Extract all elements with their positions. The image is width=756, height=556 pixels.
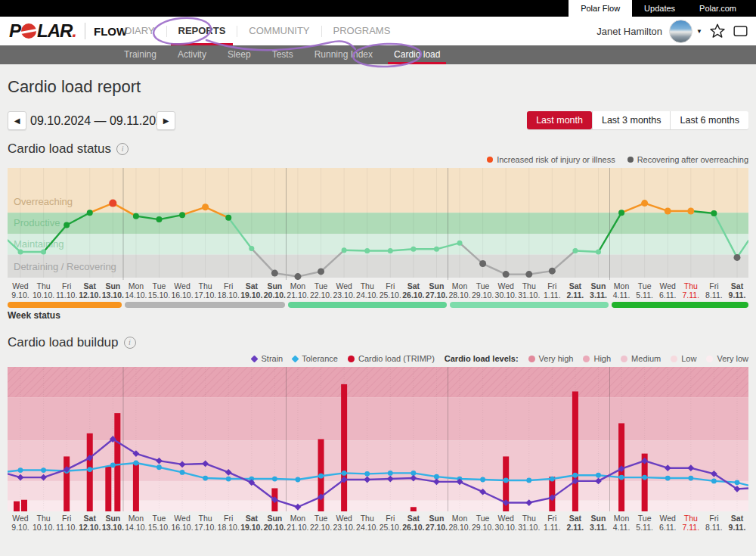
status-point[interactable] [133,213,139,219]
status-point[interactable] [549,268,556,275]
tolerance-point[interactable] [526,478,531,483]
axis-label-sat-9-11: Sat9.11. [724,281,750,300]
axis-label-wed-23-10: Wed23.10. [331,514,357,532]
trimp-bar[interactable] [87,433,93,511]
tolerance-point[interactable] [573,473,578,478]
info-icon[interactable]: i [116,143,129,155]
status-point[interactable] [479,260,486,267]
tolerance-point[interactable] [642,475,647,480]
tolerance-point[interactable] [550,477,555,482]
nav-item-diary[interactable]: DIARY [113,17,166,45]
status-point[interactable] [109,200,116,207]
trimp-bar[interactable] [572,391,578,511]
status-point[interactable] [665,207,671,214]
range-button-last-month[interactable]: Last month [527,111,592,129]
chevron-down-icon[interactable]: ▼ [696,28,702,35]
tolerance-point[interactable] [388,471,393,476]
tolerance-point[interactable] [711,478,717,483]
status-point[interactable] [87,210,93,216]
subnav-item-training[interactable]: Training [113,45,167,64]
tolerance-point[interactable] [296,477,301,483]
axis-label-mon-21-10: Mon21.10. [285,514,311,532]
tolerance-point[interactable] [180,470,185,475]
axis-label-sat-12-10: Sat12.10. [77,514,103,532]
nav-item-programs[interactable]: PROGRAMS [322,17,402,45]
tolerance-point[interactable] [364,471,370,477]
tolerance-point[interactable] [87,467,92,472]
status-point[interactable] [411,247,416,252]
status-point[interactable] [294,273,301,280]
status-point[interactable] [202,203,209,210]
tolerance-point[interactable] [503,478,509,483]
status-point[interactable] [457,241,463,246]
tolerance-point[interactable] [110,462,116,467]
status-point[interactable] [179,212,185,218]
next-period-button[interactable]: ▶ [156,111,175,130]
tolerance-point[interactable] [596,473,601,478]
trimp-bar[interactable] [105,467,111,511]
trimp-bar[interactable] [14,502,20,511]
trimp-bar[interactable] [341,384,347,511]
status-point[interactable] [364,248,370,253]
favorites-star-icon[interactable] [709,23,726,39]
tolerance-point[interactable] [18,467,23,473]
status-point[interactable] [618,210,624,216]
topbar-tab-polar-flow[interactable]: Polar Flow [569,0,632,17]
trimp-bar[interactable] [21,500,27,511]
legend-item-recovering-after-overreaching: Recovering after overreaching [627,155,748,164]
tolerance-point[interactable] [342,471,347,476]
status-point[interactable] [596,250,601,255]
subnav-item-tests[interactable]: Tests [262,45,304,64]
status-point[interactable] [641,200,648,207]
status-point[interactable] [687,207,694,214]
nav-item-reports[interactable]: REPORTS [167,17,237,45]
topbar-tab-updates[interactable]: Updates [632,0,687,17]
status-point[interactable] [41,250,46,255]
range-button-last-6-months[interactable]: Last 6 months [670,111,748,129]
tolerance-point[interactable] [735,480,740,485]
trimp-bar[interactable] [114,413,120,511]
nav-item-community[interactable]: COMMUNITY [237,17,321,45]
subnav-item-sleep[interactable]: Sleep [217,45,262,64]
topbar-tab-polar-com[interactable]: Polar.com [687,0,748,17]
subnav-item-activity[interactable]: Activity [167,45,217,64]
status-point[interactable] [64,222,70,228]
status-point[interactable] [434,247,439,252]
status-point[interactable] [249,246,254,251]
status-point[interactable] [271,270,278,277]
info-icon[interactable]: i [124,337,136,349]
status-point[interactable] [342,247,347,253]
tolerance-point[interactable] [318,474,324,479]
status-point[interactable] [318,268,324,275]
subnav-item-cardio-load[interactable]: Cardio load [383,45,451,64]
status-point[interactable] [503,271,510,278]
tolerance-point[interactable] [688,476,693,481]
tolerance-point[interactable] [619,475,624,480]
tolerance-point[interactable] [665,476,671,481]
tolerance-point[interactable] [41,467,46,473]
prev-period-button[interactable]: ◀ [8,111,26,130]
feedback-chat-icon[interactable] [733,23,748,39]
tolerance-point[interactable] [226,477,231,482]
trimp-bar[interactable] [411,507,417,511]
status-point[interactable] [18,250,23,255]
status-point[interactable] [572,248,578,253]
tolerance-point[interactable] [203,476,208,481]
tolerance-point[interactable] [480,477,485,483]
tolerance-point[interactable] [156,464,162,470]
trimp-bar[interactable] [549,477,555,511]
range-button-last-3-months[interactable]: Last 3 months [592,111,671,129]
status-point[interactable] [733,254,740,261]
trimp-bar[interactable] [64,456,70,511]
trimp-bar[interactable] [133,462,139,511]
subnav-item-running-index[interactable]: Running Index [304,45,383,64]
status-point[interactable] [711,210,717,216]
polar-logo[interactable]: PLAR. [9,20,76,42]
tolerance-point[interactable] [134,461,139,466]
status-point[interactable] [225,215,231,221]
status-point[interactable] [156,216,162,222]
avatar[interactable] [669,20,692,43]
tolerance-point[interactable] [272,477,277,482]
status-point[interactable] [525,271,532,278]
status-point[interactable] [388,248,393,253]
